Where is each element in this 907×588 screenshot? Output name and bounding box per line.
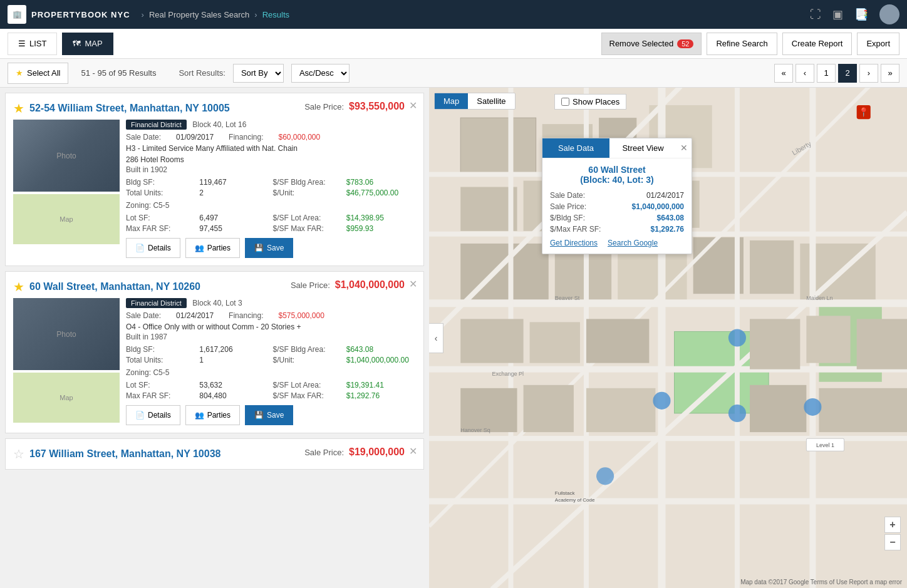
svg-rect-40 (750, 385, 806, 432)
page-2-button[interactable]: 2 (838, 64, 857, 83)
tab-map[interactable]: 🗺 MAP (62, 33, 113, 55)
show-places-label: Show Places (573, 97, 619, 106)
page-next-button[interactable]: › (859, 64, 878, 83)
popup-bldg-sf-row: $/Bldg SF: $643.08 (550, 214, 684, 222)
export-button[interactable]: Export (857, 33, 899, 55)
details-button-2[interactable]: 📄 Details (126, 405, 180, 425)
tab-list[interactable]: ☰ LIST (8, 33, 57, 55)
select-all-button[interactable]: ★ Select All (8, 63, 68, 84)
page-1-button[interactable]: 1 (817, 64, 836, 83)
breadcrumb-results: Results (262, 10, 289, 19)
popup-title: 60 Wall Street (Block: 40, Lot: 3) (550, 165, 684, 185)
parties-button-2[interactable]: 👥 Parties (185, 405, 240, 425)
main-content: ★ 52-54 William Street, Manhattan, NY 10… (0, 88, 907, 588)
details-button-1[interactable]: 📄 Details (126, 238, 180, 258)
property-card-1: ★ 52-54 William Street, Manhattan, NY 10… (5, 93, 424, 266)
dates-row-2: Sale Date: 01/24/2017 Financing: $575,00… (126, 311, 416, 320)
svg-text:Beaver St: Beaver St (555, 295, 580, 301)
svg-point-43 (728, 405, 746, 422)
svg-rect-39 (586, 388, 655, 432)
logo-text: PROPERTYBOOK NYC (31, 10, 130, 19)
dates-row-1: Sale Date: 01/09/2017 Financing: $60,000… (126, 133, 416, 142)
save-button-2[interactable]: 💾 Save (245, 405, 293, 425)
search-google-link[interactable]: Search Google (608, 239, 658, 247)
svg-rect-36 (857, 319, 907, 369)
remove-selected-button[interactable]: Remove Selected 52 (601, 33, 702, 55)
details-icon-1: 📄 (135, 244, 145, 252)
close-card-3[interactable]: ✕ (409, 445, 417, 457)
save-button-1[interactable]: 💾 Save (245, 238, 293, 258)
svg-text:Exchange Pl: Exchange Pl (492, 371, 524, 377)
star-button-1[interactable]: ★ (13, 101, 24, 116)
map-tab-satellite[interactable]: Satellite (468, 93, 514, 109)
map-panel: Wall St Beaver St Maiden Ln Exchange Pl … (429, 88, 907, 588)
create-report-button[interactable]: Create Report (782, 33, 853, 55)
sort-by-select[interactable]: Sort By (233, 64, 284, 83)
refine-search-button[interactable]: Refine Search (707, 33, 777, 55)
property-photo-2: Photo (13, 298, 120, 370)
desc-text-1: H3 - Limited Service Many Affiliated wit… (126, 144, 416, 153)
breadcrumb-search: Real Property Sales Search (149, 10, 249, 19)
show-places-toggle[interactable]: Show Places (554, 94, 626, 110)
svg-text:Academy of Code: Academy of Code (555, 497, 595, 503)
page-prev-button[interactable]: ‹ (796, 64, 814, 83)
card-images-2: Photo Map (13, 298, 120, 425)
property-card-2: ★ 60 Wall Street, Manhattan, NY 10260 ✕ … (5, 271, 424, 433)
zoning-row-2: Zoning: C5-5 (126, 368, 416, 377)
map-zoom-controls: + − (884, 517, 901, 550)
close-card-1[interactable]: ✕ (409, 100, 417, 111)
stats-grid-1: Bldg SF: 119,467 $/SF Bldg Area: $783.06… (126, 178, 416, 197)
page-first-button[interactable]: « (774, 64, 793, 83)
toolbar: ☰ LIST 🗺 MAP Remove Selected 52 Refine S… (0, 29, 907, 59)
results-info: 51 - 95 of 95 Results (81, 68, 156, 78)
popup-max-far-row: $/Max FAR SF: $1,292.76 (550, 225, 684, 234)
sale-price-label-1: Sale Price: (304, 102, 344, 111)
zoom-out-button[interactable]: − (884, 534, 901, 550)
fullscreen-icon[interactable]: ⛶ (810, 8, 821, 21)
popup-tab-street[interactable]: Street View (609, 138, 676, 158)
parties-button-1[interactable]: 👥 Parties (185, 238, 240, 258)
property-map-1: Map (13, 194, 120, 244)
avatar[interactable] (879, 4, 899, 24)
popup-body: 60 Wall Street (Block: 40, Lot: 3) Sale … (542, 158, 692, 254)
district-badge-1: Financial District (126, 120, 187, 130)
property-map-2: Map (13, 373, 120, 423)
bookmark-icon[interactable]: 📑 (854, 8, 868, 21)
card-details-1: Financial District Block 40, Lot 16 Sale… (126, 120, 416, 258)
desc-text-2: O4 - Office Only with or without Comm - … (126, 322, 416, 331)
map-icon: 🗺 (73, 39, 81, 48)
svg-text:Maiden Ln: Maiden Ln (806, 295, 832, 301)
block-lot-1: Block 40, Lot 16 (192, 120, 246, 129)
window-icon[interactable]: ▣ (832, 8, 843, 21)
popup-close-button[interactable]: ✕ (676, 138, 692, 157)
sale-price-value-3: $19,000,000 (349, 446, 405, 458)
sort-label: Sort Results: (179, 68, 225, 78)
popup-header: Sale Data Street View ✕ (542, 138, 692, 158)
popup-links: Get Directions Search Google (550, 239, 684, 247)
svg-rect-1 (460, 118, 536, 174)
details-icon-2: 📄 (135, 411, 145, 420)
svg-rect-13 (750, 240, 794, 294)
show-places-checkbox[interactable] (561, 98, 569, 106)
close-card-2[interactable]: ✕ (409, 278, 417, 290)
map-tabs: Map Satellite (434, 93, 516, 110)
svg-rect-41 (819, 388, 907, 432)
district-badge-2: Financial District (126, 298, 187, 308)
map-tab-map[interactable]: Map (435, 93, 468, 109)
zoom-in-button[interactable]: + (884, 517, 901, 533)
get-directions-link[interactable]: Get Directions (550, 239, 598, 247)
popup-tab-sale[interactable]: Sale Data (542, 138, 609, 158)
collapse-panel-button[interactable]: ‹ (429, 323, 443, 353)
star-button-3[interactable]: ☆ (13, 446, 24, 462)
page-last-button[interactable]: » (881, 64, 899, 83)
list-icon: ☰ (18, 39, 26, 48)
star-button-2[interactable]: ★ (13, 279, 24, 294)
pagination: « ‹ 1 2 › » (774, 64, 899, 83)
lot-grid-1: Lot SF: 6,497 $/SF Lot Area: $14,398.95 … (126, 214, 416, 233)
sort-dir-select[interactable]: Asc/Desc (291, 64, 350, 83)
svg-rect-37 (460, 388, 517, 432)
svg-point-44 (804, 398, 821, 416)
top-nav: 🏢 PROPERTYBOOK NYC › Real Property Sales… (0, 0, 907, 29)
map-attribution: Map data ©2017 Google Terms of Use Repor… (740, 579, 902, 585)
filter-bar: ★ Select All 51 - 95 of 95 Results Sort … (0, 59, 907, 88)
